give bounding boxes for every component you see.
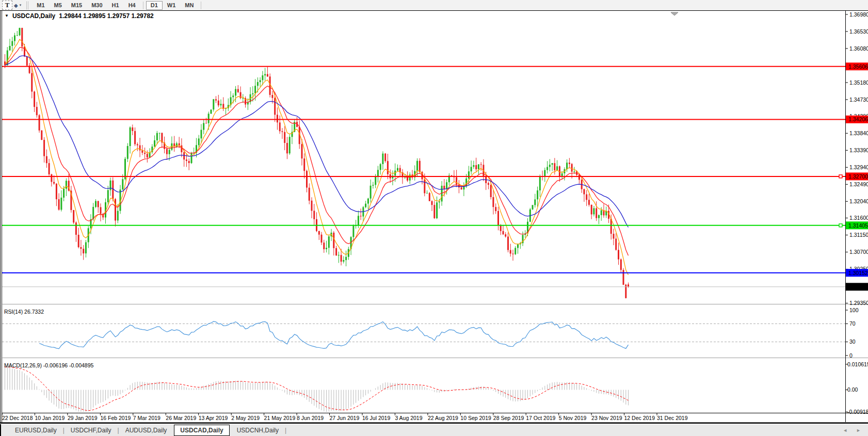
svg-text:1.34730: 1.34730: [849, 96, 868, 103]
svg-text:27 Jun 2019: 27 Jun 2019: [330, 415, 360, 421]
svg-text:1.31150: 1.31150: [849, 232, 868, 238]
svg-text:1.31405: 1.31405: [848, 222, 868, 229]
svg-text:0.00: 0.00: [847, 386, 858, 393]
svg-text:1.32940: 1.32940: [849, 164, 868, 170]
toolbar-separator: [143, 2, 143, 9]
svg-text:1.31600: 1.31600: [849, 215, 868, 221]
svg-text:1.30152: 1.30152: [848, 270, 868, 276]
svg-text:0: 0: [849, 352, 853, 359]
timeframe-button-m30[interactable]: M30: [87, 1, 107, 10]
svg-text:23 Nov 2019: 23 Nov 2019: [591, 415, 622, 421]
top-toolbar: T ◆ ▾ M1M5M15M30H1H4D1W1MN: [0, 0, 868, 10]
svg-text:10 Sep 2019: 10 Sep 2019: [460, 415, 491, 421]
svg-text:3 Aug 2019: 3 Aug 2019: [395, 415, 422, 421]
timeframe-button-mn[interactable]: MN: [180, 1, 198, 10]
svg-text:1.29350: 1.29350: [849, 300, 868, 306]
tab-scroll-right-icon[interactable]: ►: [856, 428, 861, 433]
svg-text:1.35180: 1.35180: [849, 79, 868, 86]
chart-ohlc-values: 1.29844 1.29895 1.29757 1.29782: [59, 12, 154, 20]
svg-text:1.36080: 1.36080: [849, 45, 868, 52]
svg-text:21 May 2019: 21 May 2019: [264, 415, 296, 421]
svg-text:12 Dec 2019: 12 Dec 2019: [624, 415, 655, 421]
svg-text:29 Jan 2019: 29 Jan 2019: [68, 415, 98, 421]
tab-scroll-left-icon[interactable]: ◄: [843, 428, 847, 433]
chart-tabs: EURUSD,Daily|USDCHF,Daily|AUDUSD,DailyUS…: [9, 425, 287, 436]
svg-text:22 Dec 2018: 22 Dec 2018: [2, 415, 33, 421]
chart-tab-bar: EURUSD,Daily|USDCHF,Daily|AUDUSD,DailyUS…: [0, 424, 868, 436]
time-axis[interactable]: 22 Dec 201810 Jan 201929 Jan 201916 Feb …: [2, 413, 688, 421]
timeframe-button-m5[interactable]: M5: [50, 1, 67, 10]
timeframe-button-m1[interactable]: M1: [32, 1, 49, 10]
svg-text:1.33840: 1.33840: [849, 130, 868, 136]
macd-label: MACD(12,26,9) -0.006196 -0.004895: [4, 362, 94, 368]
svg-text:22 Aug 2019: 22 Aug 2019: [428, 415, 458, 421]
timeframe-buttons: M1M5M15M30H1H4D1W1MN: [32, 1, 204, 10]
svg-text:2 May 2019: 2 May 2019: [231, 415, 260, 421]
svg-text:13 Apr 2019: 13 Apr 2019: [199, 415, 228, 421]
objects-dropdown-button[interactable]: ◆ ▾: [12, 1, 23, 10]
tab-audusd[interactable]: AUDUSD,Daily: [120, 425, 173, 435]
tab-usdcnh[interactable]: USDCNH,Daily: [231, 425, 284, 435]
svg-text:1.29782: 1.29782: [848, 284, 868, 290]
objects-icon: ◆: [14, 3, 18, 8]
svg-text:1.33390: 1.33390: [849, 147, 868, 153]
svg-text:10 Jan 2019: 10 Jan 2019: [35, 415, 65, 421]
svg-text:16 Jul 2019: 16 Jul 2019: [362, 415, 390, 421]
svg-text:1.36980: 1.36980: [849, 11, 868, 18]
svg-text:70: 70: [849, 320, 856, 327]
svg-text:8 Jun 2019: 8 Jun 2019: [297, 415, 324, 421]
svg-text:26 Mar 2019: 26 Mar 2019: [166, 415, 196, 421]
svg-text:16 Feb 2019: 16 Feb 2019: [100, 415, 131, 421]
svg-text:1.36530: 1.36530: [849, 28, 868, 35]
svg-text:1.35606: 1.35606: [848, 63, 868, 70]
chevron-down-icon: ▾: [20, 3, 22, 7]
svg-text:17 Oct 2019: 17 Oct 2019: [526, 415, 555, 421]
timeframe-button-h1[interactable]: H1: [107, 1, 124, 10]
tab-eurusd[interactable]: EURUSD,Daily: [9, 425, 62, 435]
tab-scroll-arrows: ◄ ►: [843, 428, 868, 433]
svg-text:1.32490: 1.32490: [849, 181, 868, 187]
svg-text:0.010615: 0.010615: [847, 361, 868, 367]
chart-title: ▼ USDCAD,Daily 1.29844 1.29895 1.29757 1…: [5, 12, 154, 20]
svg-text:1.32040: 1.32040: [849, 198, 868, 204]
svg-text:1.34206: 1.34206: [848, 116, 868, 122]
chart-symbol-label: USDCAD,Daily: [12, 12, 55, 20]
timeframe-button-h4[interactable]: H4: [124, 1, 140, 10]
svg-text:1.32700: 1.32700: [848, 173, 868, 180]
timeframe-button-d1[interactable]: D1: [146, 1, 163, 10]
svg-text:100: 100: [849, 307, 859, 313]
toolbar-separator: [201, 2, 201, 9]
tab-usdchf[interactable]: USDCHF,Daily: [65, 425, 117, 435]
svg-text:-0.009183: -0.009183: [847, 409, 868, 415]
text-tool-button[interactable]: T: [2, 1, 12, 10]
timeframe-button-m15[interactable]: M15: [67, 1, 87, 10]
toolbar-grip[interactable]: [26, 2, 28, 9]
tab-usdcad[interactable]: USDCAD,Daily: [174, 425, 229, 436]
svg-text:5 Nov 2019: 5 Nov 2019: [559, 415, 587, 421]
svg-text:30: 30: [849, 338, 856, 345]
svg-text:1.30700: 1.30700: [849, 249, 868, 255]
rsi-label: RSI(14) 26.7332: [4, 309, 44, 315]
chart-dropdown-icon[interactable]: ▼: [5, 14, 9, 18]
svg-text:31 Dec 2019: 31 Dec 2019: [657, 415, 688, 421]
svg-text:7 Mar 2019: 7 Mar 2019: [133, 415, 160, 421]
svg-text:28 Sep 2019: 28 Sep 2019: [493, 415, 524, 421]
timeframe-button-w1[interactable]: W1: [163, 1, 181, 10]
chart-canvas[interactable]: 1.369801.365301.360801.351801.347301.342…: [0, 0, 868, 436]
tab-separator: |: [284, 427, 287, 434]
